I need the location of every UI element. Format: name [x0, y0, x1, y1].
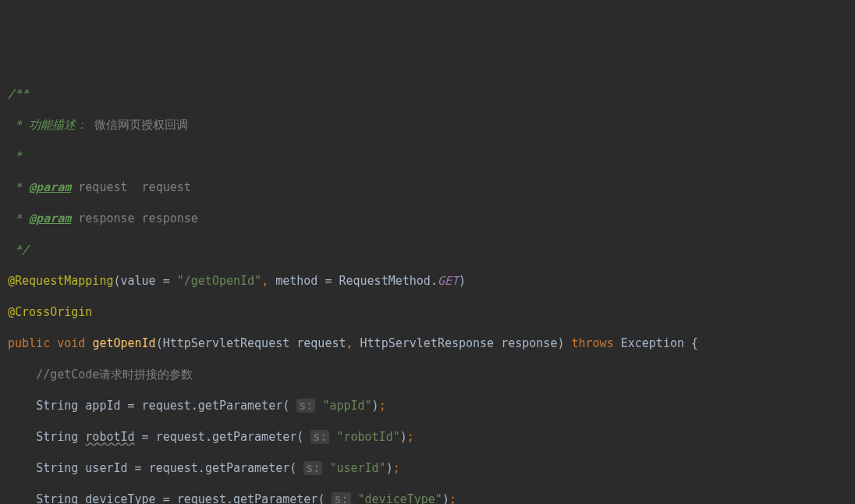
code-line: * @param response response — [8, 211, 847, 226]
javadoc-end: */ — [8, 243, 29, 257]
code-line: * 功能描述： 微信网页授权回调 — [8, 117, 847, 133]
code-line: String appId = request.getParameter( s: … — [8, 398, 847, 413]
code-line: String robotId = request.getParameter( s… — [8, 429, 847, 445]
request-mapping-annotation: @RequestMapping — [8, 274, 113, 288]
code-line: String deviceType = request.getParameter… — [8, 492, 847, 504]
code-line: * — [8, 148, 847, 164]
param-hint: s: — [332, 492, 350, 504]
javadoc-param-tag: @param — [29, 211, 71, 225]
method-name: getOpenId — [92, 336, 155, 350]
cross-origin-annotation: @CrossOrigin — [8, 305, 92, 319]
unused-variable: robotId — [85, 430, 134, 444]
code-line: //getCode请求时拼接的参数 — [8, 367, 847, 382]
code-editor[interactable]: /** * 功能描述： 微信网页授权回调 * * @param request … — [8, 70, 847, 504]
comment: //getCode请求时拼接的参数 — [36, 367, 193, 382]
code-line: */ — [8, 242, 847, 257]
javadoc-param-tag: @param — [29, 180, 71, 194]
code-line: public void getOpenId(HttpServletRequest… — [8, 335, 847, 351]
code-line: /** — [8, 86, 847, 101]
code-line: @RequestMapping(value = "/getOpenId", me… — [8, 273, 847, 289]
javadoc-start: /** — [8, 87, 29, 101]
code-line: @CrossOrigin — [8, 304, 847, 320]
code-line: * @param request request — [8, 179, 847, 195]
param-hint: s: — [296, 399, 315, 413]
param-hint: s: — [310, 430, 329, 444]
param-hint: s: — [303, 461, 322, 475]
code-line: String userId = request.getParameter( s:… — [8, 460, 847, 476]
